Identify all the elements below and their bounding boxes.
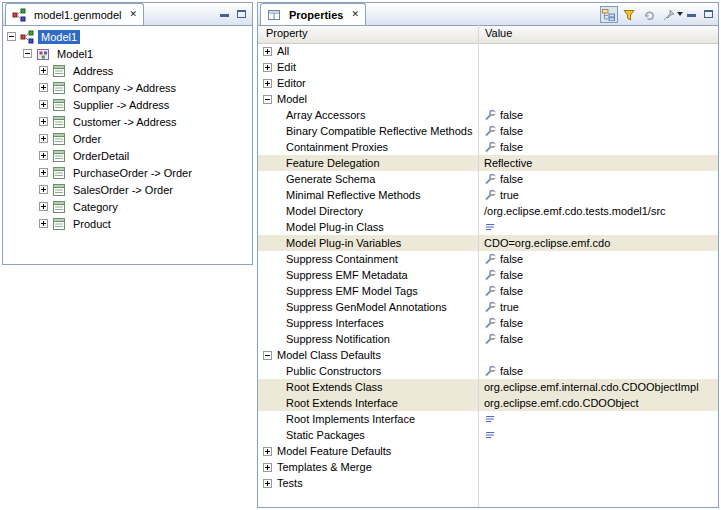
- expand-icon[interactable]: [263, 47, 272, 56]
- property-row[interactable]: Suppress Containmentfalse: [258, 251, 718, 267]
- property-row[interactable]: Model Directory/org.eclipse.emf.cdo.test…: [258, 203, 718, 219]
- property-value-cell[interactable]: [478, 43, 718, 59]
- property-row[interactable]: Model Plug-in VariablesCDO=org.eclipse.e…: [258, 235, 718, 251]
- property-row[interactable]: Containment Proxiesfalse: [258, 139, 718, 155]
- property-value-cell[interactable]: true: [478, 187, 718, 203]
- property-row[interactable]: Root Implements Interface: [258, 411, 718, 427]
- property-value-cell[interactable]: false: [478, 363, 718, 379]
- property-value-cell[interactable]: [478, 443, 718, 459]
- property-value-cell[interactable]: [478, 59, 718, 75]
- property-value-cell[interactable]: [478, 91, 718, 107]
- close-icon[interactable]: ✕: [351, 10, 359, 19]
- minimize-icon[interactable]: [687, 9, 696, 18]
- restore-default-value-icon[interactable]: [640, 6, 658, 23]
- property-value-cell[interactable]: false: [478, 171, 718, 187]
- show-categories-icon[interactable]: [600, 6, 618, 23]
- property-row[interactable]: Suppress EMF Metadatafalse: [258, 267, 718, 283]
- property-value-cell[interactable]: org.eclipse.emf.cdo.CDOObject: [478, 395, 718, 411]
- minimize-icon[interactable]: [220, 9, 229, 18]
- property-value-cell[interactable]: false: [478, 107, 718, 123]
- category-row[interactable]: Model Feature Defaults: [258, 443, 718, 459]
- expand-icon[interactable]: [263, 447, 272, 456]
- property-row[interactable]: Binary Compatible Reflective Methodsfals…: [258, 123, 718, 139]
- property-row[interactable]: Suppress Notificationfalse: [258, 331, 718, 347]
- collapse-icon[interactable]: [263, 351, 272, 360]
- expand-icon[interactable]: [39, 117, 48, 126]
- property-row[interactable]: Root Extends Classorg.eclipse.emf.intern…: [258, 379, 718, 395]
- expand-icon[interactable]: [39, 134, 48, 143]
- property-value-cell[interactable]: false: [478, 283, 718, 299]
- property-value-cell[interactable]: [478, 347, 718, 363]
- property-value-cell[interactable]: false: [478, 331, 718, 347]
- tree-item[interactable]: Category: [3, 198, 252, 215]
- property-value-cell[interactable]: true: [478, 299, 718, 315]
- expand-icon[interactable]: [39, 185, 48, 194]
- expand-icon[interactable]: [263, 63, 272, 72]
- tree-item[interactable]: Product: [3, 215, 252, 232]
- property-value-cell[interactable]: false: [478, 123, 718, 139]
- category-row[interactable]: Model Class Defaults: [258, 347, 718, 363]
- view-menu-icon[interactable]: [677, 12, 683, 16]
- property-value-cell[interactable]: false: [478, 251, 718, 267]
- property-row[interactable]: Public Constructorsfalse: [258, 363, 718, 379]
- collapse-icon[interactable]: [7, 32, 16, 41]
- expand-icon[interactable]: [263, 479, 272, 488]
- tree-item[interactable]: Model1: [3, 28, 252, 45]
- property-row[interactable]: Suppress GenModel Annotationstrue: [258, 299, 718, 315]
- property-value-cell[interactable]: org.eclipse.emf.internal.cdo.CDOObjectIm…: [478, 379, 718, 395]
- tree-item[interactable]: Supplier -> Address: [3, 96, 252, 113]
- maximize-icon[interactable]: [704, 10, 713, 18]
- property-row[interactable]: Suppress Interfacesfalse: [258, 315, 718, 331]
- property-row[interactable]: Root Extends Interfaceorg.eclipse.emf.cd…: [258, 395, 718, 411]
- tab-model1-genmodel[interactable]: model1.genmodel ✕: [5, 3, 144, 25]
- expand-icon[interactable]: [39, 202, 48, 211]
- category-row[interactable]: Editor: [258, 75, 718, 91]
- tree-item[interactable]: OrderDetail: [3, 147, 252, 164]
- tree-item[interactable]: PurchaseOrder -> Order: [3, 164, 252, 181]
- tree-item[interactable]: Customer -> Address: [3, 113, 252, 130]
- category-row[interactable]: Edit: [258, 59, 718, 75]
- pin-icon[interactable]: [660, 6, 678, 23]
- property-row[interactable]: Minimal Reflective Methodstrue: [258, 187, 718, 203]
- collapse-icon[interactable]: [263, 95, 272, 104]
- expand-icon[interactable]: [39, 83, 48, 92]
- property-value-cell[interactable]: [478, 475, 718, 491]
- tree-item[interactable]: Order: [3, 130, 252, 147]
- property-row[interactable]: Feature DelegationReflective: [258, 155, 718, 171]
- property-row[interactable]: Array Accessorsfalse: [258, 107, 718, 123]
- expand-icon[interactable]: [39, 168, 48, 177]
- tab-properties[interactable]: Properties ✕: [260, 3, 366, 25]
- property-value-cell[interactable]: false: [478, 315, 718, 331]
- close-icon[interactable]: ✕: [129, 10, 137, 19]
- tree-item[interactable]: Address: [3, 62, 252, 79]
- property-value-cell[interactable]: /org.eclipse.emf.cdo.tests.model1/src: [478, 203, 718, 219]
- property-row[interactable]: Static Packages: [258, 427, 718, 443]
- property-value-cell[interactable]: [478, 219, 718, 235]
- property-value-cell[interactable]: CDO=org.eclipse.emf.cdo: [478, 235, 718, 251]
- property-row[interactable]: Suppress EMF Model Tagsfalse: [258, 283, 718, 299]
- expand-icon[interactable]: [263, 79, 272, 88]
- property-value-cell[interactable]: false: [478, 267, 718, 283]
- property-row[interactable]: Generate Schemafalse: [258, 171, 718, 187]
- expand-icon[interactable]: [39, 219, 48, 228]
- expand-icon[interactable]: [39, 66, 48, 75]
- tree-item[interactable]: SalesOrder -> Order: [3, 181, 252, 198]
- collapse-icon[interactable]: [23, 49, 32, 58]
- category-row[interactable]: Tests: [258, 475, 718, 491]
- category-row[interactable]: All: [258, 43, 718, 59]
- expand-icon[interactable]: [39, 151, 48, 160]
- expand-icon[interactable]: [39, 100, 48, 109]
- property-value-cell[interactable]: [478, 411, 718, 427]
- property-row[interactable]: Model Plug-in Class: [258, 219, 718, 235]
- tree-item[interactable]: Model1: [3, 45, 252, 62]
- maximize-icon[interactable]: [237, 10, 246, 18]
- property-value-cell[interactable]: [478, 459, 718, 475]
- property-value-cell[interactable]: [478, 427, 718, 443]
- tree-item[interactable]: Company -> Address: [3, 79, 252, 96]
- category-row[interactable]: Model: [258, 91, 718, 107]
- property-value-cell[interactable]: [478, 75, 718, 91]
- show-advanced-properties-icon[interactable]: [620, 6, 638, 23]
- expand-icon[interactable]: [263, 463, 272, 472]
- property-value-cell[interactable]: Reflective: [478, 155, 718, 171]
- category-row[interactable]: Templates & Merge: [258, 459, 718, 475]
